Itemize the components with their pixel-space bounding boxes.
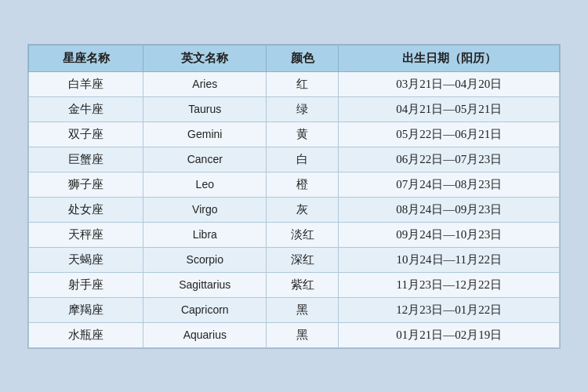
cell-chinese-name: 水瓶座 bbox=[29, 322, 143, 347]
cell-chinese-name: 天秤座 bbox=[29, 222, 143, 247]
cell-dates: 03月21日—04月20日 bbox=[339, 71, 560, 96]
cell-dates: 01月21日—02月19日 bbox=[339, 322, 560, 347]
table-row: 处女座Virgo灰08月24日—09月23日 bbox=[29, 197, 560, 222]
cell-english-name: Gemini bbox=[143, 122, 267, 147]
cell-english-name: Virgo bbox=[143, 197, 267, 222]
cell-dates: 06月22日—07月23日 bbox=[339, 147, 560, 172]
cell-color: 紫红 bbox=[267, 272, 339, 297]
table-row: 狮子座Leo橙07月24日—08月23日 bbox=[29, 172, 560, 197]
cell-english-name: Leo bbox=[143, 172, 267, 197]
cell-english-name: Aries bbox=[143, 71, 267, 96]
table-row: 金牛座Taurus绿04月21日—05月21日 bbox=[29, 96, 560, 122]
cell-dates: 11月23日—12月22日 bbox=[339, 272, 560, 297]
cell-english-name: Sagittarius bbox=[143, 272, 267, 297]
table-row: 摩羯座Capricorn黑12月23日—01月22日 bbox=[29, 297, 560, 322]
cell-color: 绿 bbox=[267, 96, 339, 122]
cell-chinese-name: 金牛座 bbox=[29, 96, 143, 122]
header-english-name: 英文名称 bbox=[143, 45, 267, 71]
table-body: 白羊座Aries红03月21日—04月20日金牛座Taurus绿04月21日—0… bbox=[29, 71, 560, 347]
cell-chinese-name: 天蝎座 bbox=[29, 247, 143, 272]
table-header-row: 星座名称 英文名称 颜色 出生日期（阳历） bbox=[29, 45, 560, 71]
table-row: 白羊座Aries红03月21日—04月20日 bbox=[29, 71, 560, 96]
cell-color: 深红 bbox=[267, 247, 339, 272]
zodiac-table: 星座名称 英文名称 颜色 出生日期（阳历） 白羊座Aries红03月21日—04… bbox=[28, 45, 560, 348]
cell-dates: 12月23日—01月22日 bbox=[339, 297, 560, 322]
cell-color: 黄 bbox=[267, 122, 339, 147]
cell-english-name: Libra bbox=[143, 222, 267, 247]
table-row: 天蝎座Scorpio深红10月24日—11月22日 bbox=[29, 247, 560, 272]
cell-chinese-name: 摩羯座 bbox=[29, 297, 143, 322]
cell-chinese-name: 射手座 bbox=[29, 272, 143, 297]
cell-color: 红 bbox=[267, 71, 339, 96]
table-row: 水瓶座Aquarius黑01月21日—02月19日 bbox=[29, 322, 560, 347]
table-row: 双子座Gemini黄05月22日—06月21日 bbox=[29, 122, 560, 147]
table-row: 射手座Sagittarius紫红11月23日—12月22日 bbox=[29, 272, 560, 297]
cell-dates: 05月22日—06月21日 bbox=[339, 122, 560, 147]
table-row: 巨蟹座Cancer白06月22日—07月23日 bbox=[29, 147, 560, 172]
cell-dates: 04月21日—05月21日 bbox=[339, 96, 560, 122]
cell-color: 橙 bbox=[267, 172, 339, 197]
cell-dates: 09月24日—10月23日 bbox=[339, 222, 560, 247]
cell-english-name: Cancer bbox=[143, 147, 267, 172]
header-chinese-name: 星座名称 bbox=[29, 45, 143, 71]
header-birth-date: 出生日期（阳历） bbox=[339, 45, 560, 71]
cell-english-name: Taurus bbox=[143, 96, 267, 122]
cell-chinese-name: 白羊座 bbox=[29, 71, 143, 96]
cell-dates: 08月24日—09月23日 bbox=[339, 197, 560, 222]
zodiac-table-container: 星座名称 英文名称 颜色 出生日期（阳历） 白羊座Aries红03月21日—04… bbox=[27, 44, 561, 349]
cell-chinese-name: 巨蟹座 bbox=[29, 147, 143, 172]
cell-dates: 07月24日—08月23日 bbox=[339, 172, 560, 197]
cell-color: 灰 bbox=[267, 197, 339, 222]
table-row: 天秤座Libra淡红09月24日—10月23日 bbox=[29, 222, 560, 247]
cell-chinese-name: 狮子座 bbox=[29, 172, 143, 197]
cell-color: 黑 bbox=[267, 297, 339, 322]
cell-chinese-name: 处女座 bbox=[29, 197, 143, 222]
cell-dates: 10月24日—11月22日 bbox=[339, 247, 560, 272]
header-color: 颜色 bbox=[267, 45, 339, 71]
cell-chinese-name: 双子座 bbox=[29, 122, 143, 147]
cell-english-name: Scorpio bbox=[143, 247, 267, 272]
cell-english-name: Capricorn bbox=[143, 297, 267, 322]
cell-color: 白 bbox=[267, 147, 339, 172]
cell-english-name: Aquarius bbox=[143, 322, 267, 347]
cell-color: 黑 bbox=[267, 322, 339, 347]
cell-color: 淡红 bbox=[267, 222, 339, 247]
